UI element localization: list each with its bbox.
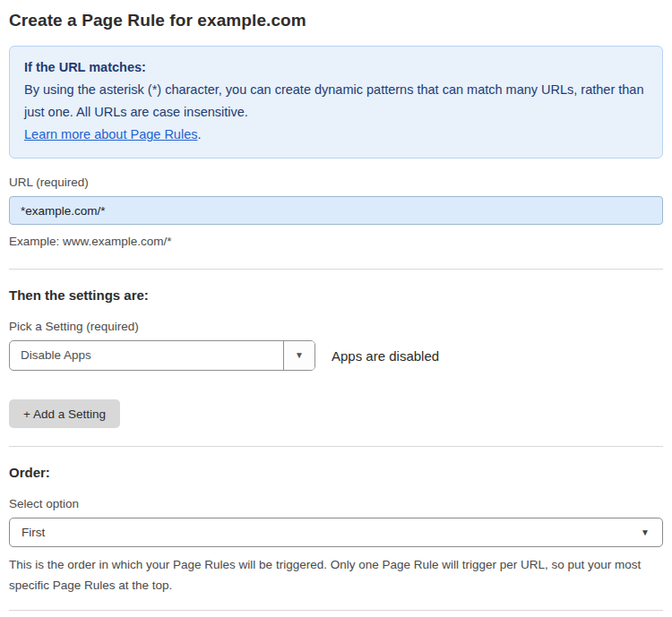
settings-section-heading: Then the settings are: — [9, 287, 663, 303]
order-section-heading: Order: — [9, 465, 663, 480]
setting-dropdown[interactable]: Disable Apps ▼ — [9, 340, 315, 371]
setting-dropdown-caret-button[interactable]: ▼ — [283, 341, 314, 370]
setting-row: Disable Apps ▼ Apps are disabled — [9, 340, 663, 371]
url-example-text: Example: www.example.com/* — [9, 232, 663, 251]
url-match-info-box: If the URL matches: By using the asteris… — [9, 46, 663, 159]
info-box-heading: If the URL matches: — [24, 56, 648, 79]
chevron-down-icon: ▼ — [295, 351, 304, 360]
setting-dropdown-value: Disable Apps — [10, 341, 283, 370]
link-suffix: . — [197, 127, 201, 141]
order-help-text: This is the order in which your Page Rul… — [9, 554, 663, 596]
chevron-down-icon: ▼ — [641, 528, 650, 537]
add-setting-button[interactable]: + Add a Setting — [9, 399, 120, 428]
info-box-body: By using the asterisk (*) character, you… — [24, 79, 648, 124]
order-select-value: First — [10, 518, 662, 546]
page-title: Create a Page Rule for example.com — [9, 11, 663, 30]
divider — [9, 446, 663, 447]
divider — [9, 269, 663, 270]
divider — [9, 610, 663, 611]
url-field-label: URL (required) — [9, 176, 663, 189]
url-input[interactable] — [9, 196, 663, 225]
info-box-link-line: Learn more about Page Rules. — [24, 124, 648, 146]
order-select[interactable]: First ▼ — [9, 518, 663, 547]
learn-more-link[interactable]: Learn more about Page Rules — [24, 127, 197, 141]
order-select-label: Select option — [9, 497, 663, 510]
setting-status-text: Apps are disabled — [332, 348, 439, 364]
setting-picker-label: Pick a Setting (required) — [9, 320, 663, 333]
